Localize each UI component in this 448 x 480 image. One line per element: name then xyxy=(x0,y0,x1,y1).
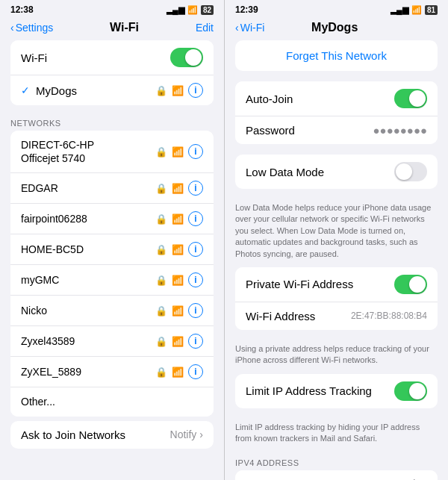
wifi-address-label: Wi-Fi Address xyxy=(246,310,315,322)
low-data-description: Low Data Mode helps reduce your iPhone d… xyxy=(225,199,448,267)
wifi-strength-icon: 📶 xyxy=(172,85,184,96)
network-row-1[interactable]: EDGAR 🔒 📶 i xyxy=(10,173,214,204)
network-row-0[interactable]: DIRECT-6C-HPOfficejet 5740 🔒 📶 i xyxy=(10,131,214,173)
wifi-icon: 📶 xyxy=(187,5,198,15)
network-name-5: Nicko xyxy=(21,304,47,317)
signal-bars-right-icon: ▂▄▆ xyxy=(391,5,408,15)
limit-ip-row: Limit IP Address Tracking xyxy=(235,374,438,408)
limit-ip-toggle[interactable] xyxy=(394,381,427,401)
forget-network-card: Forget This Network xyxy=(235,40,438,71)
password-value: ●●●●●●●● xyxy=(373,124,427,137)
lock-icon-5: 🔒 xyxy=(155,305,167,317)
low-data-section: Low Data Mode xyxy=(235,155,438,189)
network-icons-6: 🔒 📶 i xyxy=(155,334,203,349)
network-row-5[interactable]: Nicko 🔒 📶 i xyxy=(10,296,214,326)
right-content: Forget This Network Auto-Join Password ●… xyxy=(225,40,448,480)
limit-ip-description: Limit IP address tracking by hiding your… xyxy=(225,419,448,452)
network-name-4: myGMC xyxy=(21,273,59,287)
back-to-wifi[interactable]: ‹ Wi-Fi xyxy=(235,22,264,34)
info-btn-3[interactable]: i xyxy=(188,242,203,257)
info-btn-4[interactable]: i xyxy=(188,272,203,287)
private-wifi-label: Private Wi-Fi Address xyxy=(246,278,353,290)
network-name-2: fairpoint06288 xyxy=(21,212,87,225)
info-btn-5[interactable]: i xyxy=(188,303,203,318)
low-data-label: Low Data Mode xyxy=(246,166,324,178)
network-row-3[interactable]: HOME-BC5D 🔒 📶 i xyxy=(10,234,214,265)
back-label-left: Settings xyxy=(16,22,54,34)
network-name-7: ZyXEL_5889 xyxy=(21,365,81,378)
ask-join-row[interactable]: Ask to Join Networks Notify › xyxy=(10,421,214,449)
info-btn-2[interactable]: i xyxy=(188,211,203,226)
configure-ip-row[interactable]: Configure IP Automatic › xyxy=(235,470,438,480)
network-icons-7: 🔒 📶 i xyxy=(155,364,203,379)
info-btn-1[interactable]: i xyxy=(188,181,203,196)
network-row-6[interactable]: Zyxel43589 🔒 📶 i xyxy=(10,326,214,357)
network-row-4[interactable]: myGMC 🔒 📶 i xyxy=(10,265,214,296)
info-btn-6[interactable]: i xyxy=(188,334,203,349)
nav-bar-right: ‹ Wi-Fi MyDogs xyxy=(225,18,448,40)
notify-text: Notify xyxy=(170,428,197,440)
wifi-label: Wi-Fi xyxy=(21,52,47,64)
battery-icon-right: 81 xyxy=(425,5,438,15)
private-wifi-section: Private Wi-Fi Address Wi-Fi Address 2E:4… xyxy=(235,267,438,330)
back-label-right: Wi-Fi xyxy=(240,22,265,34)
network-name-other: Other... xyxy=(21,395,55,408)
forget-network-button[interactable]: Forget This Network xyxy=(235,40,438,71)
back-to-settings[interactable]: ‹ Settings xyxy=(10,22,53,34)
auto-join-section: Auto-Join Password ●●●●●●●● xyxy=(235,81,438,144)
lock-icon: 🔒 xyxy=(155,85,167,96)
network-icons-5: 🔒 📶 i xyxy=(155,303,203,318)
low-data-toggle[interactable] xyxy=(394,162,427,181)
info-btn-0[interactable]: i xyxy=(188,144,203,159)
auto-join-label: Auto-Join xyxy=(246,93,293,105)
wifi-card: Wi-Fi ✓ MyDogs 🔒 📶 i xyxy=(10,40,214,105)
private-wifi-toggle[interactable] xyxy=(394,275,427,294)
network-row-2[interactable]: fairpoint06288 🔒 📶 i xyxy=(10,204,214,234)
network-row-other[interactable]: Other... xyxy=(10,387,214,416)
connected-network-row[interactable]: ✓ MyDogs 🔒 📶 i xyxy=(10,75,214,105)
network-name-6: Zyxel43589 xyxy=(21,334,75,348)
lock-icon-1: 🔒 xyxy=(155,183,167,194)
network-name-1: EDGAR xyxy=(21,181,58,195)
auto-join-toggle[interactable] xyxy=(394,89,427,108)
wifi-toggle-row: Wi-Fi xyxy=(10,40,214,75)
left-panel: 12:38 ▂▄▆ 📶 82 ‹ Settings Wi-Fi Edit Wi-… xyxy=(0,0,224,480)
password-row[interactable]: Password ●●●●●●●● xyxy=(235,116,438,144)
chevron-right-icon: › xyxy=(199,428,203,440)
limit-ip-label: Limit IP Address Tracking xyxy=(246,384,372,397)
info-button-connected[interactable]: i xyxy=(188,83,203,98)
time-right: 12:39 xyxy=(235,4,258,15)
left-content: Wi-Fi ✓ MyDogs 🔒 📶 i NETWORKS DIRECT-6C-… xyxy=(0,40,224,480)
signal-bars-icon: ▂▄▆ xyxy=(167,5,184,15)
ipv4-section-group: Configure IP Automatic › IP Address 10.0… xyxy=(235,470,438,480)
wifi-icon-7: 📶 xyxy=(172,367,184,378)
ask-join-card: Ask to Join Networks Notify › xyxy=(10,421,214,449)
lock-icon-0: 🔒 xyxy=(155,146,167,158)
wifi-icon-3: 📶 xyxy=(172,244,184,255)
network-name-0: DIRECT-6C-HPOfficejet 5740 xyxy=(21,138,94,165)
nav-bar-left: ‹ Settings Wi-Fi Edit xyxy=(0,18,224,40)
info-btn-7[interactable]: i xyxy=(188,364,203,379)
wifi-icon-1: 📶 xyxy=(172,183,184,194)
private-wifi-description: Using a private address helps reduce tra… xyxy=(225,340,448,374)
wifi-icon-0: 📶 xyxy=(172,146,184,158)
network-icons-2: 🔒 📶 i xyxy=(155,211,203,226)
password-label: Password xyxy=(246,124,295,137)
network-icons-1: 🔒 📶 i xyxy=(155,181,203,196)
ask-join-label: Ask to Join Networks xyxy=(21,428,125,441)
lock-icon-6: 🔒 xyxy=(155,336,167,347)
network-icons-0: 🔒 📶 i xyxy=(155,144,203,159)
battery-icon-left: 82 xyxy=(201,5,214,15)
status-icons-left: ▂▄▆ 📶 82 xyxy=(167,5,214,15)
network-row-7[interactable]: ZyXEL_5889 🔒 📶 i xyxy=(10,357,214,387)
lock-icon-3: 🔒 xyxy=(155,244,167,255)
edit-button[interactable]: Edit xyxy=(196,22,214,34)
lock-icon-2: 🔒 xyxy=(155,213,167,225)
wifi-toggle[interactable] xyxy=(170,48,203,67)
status-icons-right: ▂▄▆ 📶 81 xyxy=(391,5,438,15)
connected-icons: 🔒 📶 i xyxy=(155,83,203,98)
wifi-icon-4: 📶 xyxy=(172,275,184,286)
chevron-left-right-icon: ‹ xyxy=(235,22,239,34)
configure-ip-label: Configure IP xyxy=(246,478,308,480)
network-icons-3: 🔒 📶 i xyxy=(155,242,203,257)
